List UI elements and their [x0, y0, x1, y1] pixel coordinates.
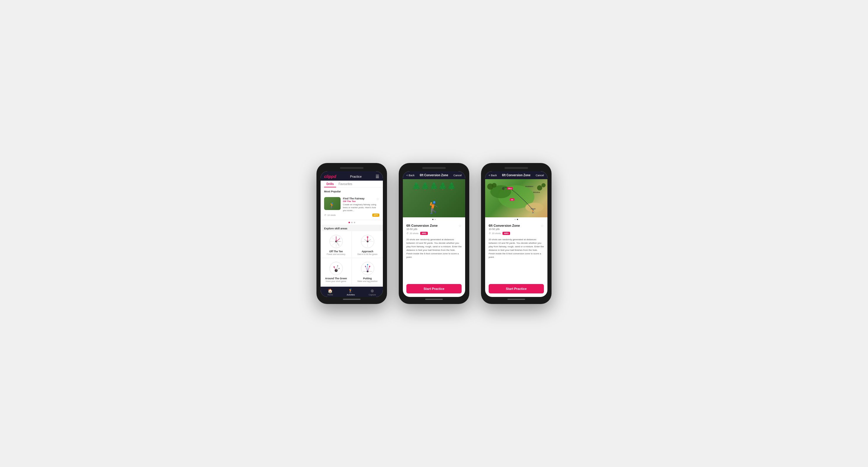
svg-line-7: [336, 238, 340, 241]
drill-map-image-3: Miss Hit FAIRWAY ROUGH SAND 🏌️: [485, 179, 548, 218]
skill-name-ott: Off The Tee: [329, 250, 343, 253]
nav-capture[interactable]: ⊕ Capture: [369, 289, 376, 296]
shot-count: ⏱ 10 shots: [324, 214, 336, 216]
drill-thumbnail: 🏌️: [324, 197, 341, 210]
drill-star-2[interactable]: ☆: [458, 224, 462, 228]
drill-card[interactable]: 🏌️ Find The Fairway Off The Tee Create a…: [320, 194, 383, 220]
drill-name-3: 6ft Conversion Zone: [489, 224, 520, 227]
header-title-2: 6ft Conversion Zone: [420, 174, 448, 177]
svg-text:Hit: Hit: [511, 199, 513, 201]
drill-range-3: 10-50 yds: [489, 228, 520, 231]
nav-home-label: Home: [327, 294, 333, 296]
image-pagination-2: [403, 218, 465, 222]
arg-badge-2: ARG: [420, 232, 428, 235]
home-bar-2: [425, 299, 443, 300]
dot-2: [351, 222, 352, 223]
tab-favourites[interactable]: Favourites: [336, 180, 355, 188]
skill-card-approach[interactable]: Approach Dial-in to hit the green: [352, 231, 383, 258]
trees-bg: 🌲🌲🌲🌲🌲: [403, 182, 465, 190]
menu-icon[interactable]: ☰: [375, 174, 379, 179]
svg-point-42: [541, 183, 546, 188]
bottom-nav: 🏠 Home 🏌 Activities ⊕ Capture: [320, 287, 383, 297]
svg-text:🏌️: 🏌️: [531, 209, 536, 214]
drill-name-group: 6ft Conversion Zone 10-50 yds: [406, 224, 437, 231]
most-popular-label: Most Popular: [320, 188, 383, 194]
home-icon: 🏠: [328, 289, 333, 293]
phone-1: clippd Practice ☰ Drills Favourites Most…: [316, 163, 387, 304]
shots-count-3: 20 shots: [492, 232, 501, 235]
svg-text:ROUGH: ROUGH: [533, 191, 540, 193]
start-practice-button-2[interactable]: Start Practice: [406, 284, 462, 293]
nav-capture-label: Capture: [369, 294, 376, 296]
drill-range-2: 10-50 yds: [406, 228, 437, 231]
phone-3: < Back 6ft Conversion Zone Cancel: [481, 163, 552, 304]
drill-name-group-3: 6ft Conversion Zone 10-50 yds: [489, 224, 520, 231]
drill-info: Find The Fairway Off The Tee Create an i…: [343, 197, 379, 212]
nav-home[interactable]: 🏠 Home: [327, 289, 333, 296]
back-button-3[interactable]: < Back: [489, 174, 497, 177]
map-background: Miss Hit FAIRWAY ROUGH SAND 🏌️: [485, 179, 548, 218]
dot-1: [348, 222, 350, 223]
ott-icon: [329, 234, 343, 249]
phone-screen-3: < Back 6ft Conversion Zone Cancel: [485, 171, 548, 297]
svg-point-40: [492, 183, 497, 188]
image-pagination-3: [485, 218, 548, 222]
approach-icon: [360, 234, 375, 249]
map-svg: Miss Hit FAIRWAY ROUGH SAND 🏌️: [485, 179, 548, 218]
drill-star-3[interactable]: ☆: [541, 224, 544, 228]
clock-icon: ⏱: [324, 214, 327, 216]
drill-name-2: 6ft Conversion Zone: [406, 224, 437, 227]
shots-count-2: 20 shots: [410, 232, 418, 235]
svg-point-19: [330, 262, 343, 275]
home-bar-3: [507, 299, 525, 300]
drill-meta-2: ⏱ 20 shots ARG: [403, 232, 465, 237]
svg-text:Miss: Miss: [508, 188, 512, 190]
drill-item: 🏌️ Find The Fairway Off The Tee Create a…: [324, 197, 379, 212]
pdot-2: [435, 219, 436, 220]
arg-badge-3: ARG: [502, 232, 510, 235]
header-title-3: 6ft Conversion Zone: [502, 174, 531, 177]
favourite-star[interactable]: ☆: [376, 197, 379, 201]
dot-3: [354, 222, 355, 223]
drill-title: Find The Fairway: [343, 197, 379, 200]
clock-icon-2: ⏱: [406, 232, 409, 235]
detail-content-3: Miss Hit FAIRWAY ROUGH SAND 🏌️: [485, 179, 548, 284]
pdot-3-2: [517, 219, 518, 220]
svg-line-18: [364, 239, 368, 241]
skill-desc-approach: Dial-in to hit the green: [357, 253, 377, 255]
back-button-2[interactable]: < Back: [406, 174, 414, 177]
nav-activities-label: Activities: [347, 294, 355, 296]
phone-notch-3: [504, 167, 528, 169]
capture-icon: ⊕: [371, 289, 374, 293]
shots-meta-2: ⏱ 20 shots: [406, 232, 418, 235]
detail-content-2: 🌲🌲🌲🌲🌲 🏌️ 6ft Conversion Zone 10-50 yds ☆…: [403, 179, 465, 284]
ott-badge: OTT: [372, 213, 379, 217]
pdot-1: [432, 219, 433, 220]
drill-description-2: 20 shots are randomly generated at dista…: [403, 237, 465, 263]
tab-drills[interactable]: Drills: [324, 180, 336, 188]
skill-card-ott[interactable]: Off The Tee Power and accuracy: [320, 231, 351, 258]
svg-point-41: [537, 185, 542, 191]
phone-screen-2: < Back 6ft Conversion Zone Cancel 🌲🌲🌲🌲🌲 …: [403, 171, 465, 297]
nav-activities[interactable]: 🏌 Activities: [347, 289, 355, 296]
drill-image-2: 🌲🌲🌲🌲🌲 🏌️: [403, 179, 465, 218]
app-logo: clippd: [324, 174, 336, 179]
drill-header-3: 6ft Conversion Zone 10-50 yds ☆: [485, 222, 548, 232]
svg-text:FAIRWAY: FAIRWAY: [525, 185, 534, 188]
golfer-figure: 🏌️: [427, 201, 441, 214]
cancel-button-2[interactable]: Cancel: [454, 174, 462, 177]
svg-point-15: [367, 237, 368, 237]
cancel-button-3[interactable]: Cancel: [536, 174, 544, 177]
pagination-dots: [320, 220, 383, 225]
golfer-icon: 🏌️: [329, 202, 336, 209]
putting-icon: [360, 261, 375, 276]
svg-line-33: [366, 266, 368, 271]
header-title: Practice: [350, 175, 362, 178]
drill-subtitle: Off The Tee: [343, 200, 379, 203]
svg-line-9: [336, 241, 339, 246]
pdot-3-1: [515, 219, 516, 220]
skill-card-putting[interactable]: Putting Make and lag practice: [352, 258, 383, 285]
start-practice-button-3[interactable]: Start Practice: [489, 284, 544, 293]
svg-line-35: [368, 266, 370, 271]
skill-card-atg[interactable]: Around The Green Hone your short game: [320, 258, 351, 285]
